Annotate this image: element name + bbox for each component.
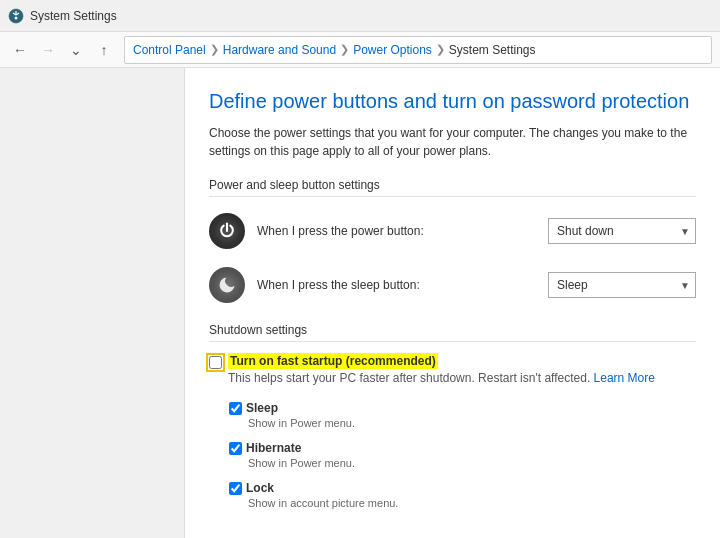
fast-startup-checkbox-wrap bbox=[209, 355, 222, 369]
lock-checkbox[interactable] bbox=[229, 482, 242, 495]
breadcrumb: Control Panel ❯ Hardware and Sound ❯ Pow… bbox=[124, 36, 712, 64]
titlebar-title: System Settings bbox=[30, 9, 117, 23]
lock-item-label: Lock bbox=[229, 481, 696, 495]
learn-more-link[interactable]: Learn More bbox=[594, 371, 655, 385]
sleep-button-label: When I press the sleep button: bbox=[257, 278, 548, 292]
sub-item-group: Sleep Show in Power menu. Hibernate Show… bbox=[229, 401, 696, 509]
main-content: Define power buttons and turn on passwor… bbox=[185, 68, 720, 538]
sleep-item: Sleep Show in Power menu. bbox=[229, 401, 696, 429]
navbar: ← → ⌄ ↑ Control Panel ❯ Hardware and Sou… bbox=[0, 32, 720, 68]
breadcrumb-hardware-sound[interactable]: Hardware and Sound bbox=[223, 43, 336, 57]
fast-startup-label: Turn on fast startup (recommended) bbox=[228, 354, 655, 368]
page-title: Define power buttons and turn on passwor… bbox=[209, 88, 696, 114]
power-button-label: When I press the power button: bbox=[257, 224, 548, 238]
fast-startup-highlight: Turn on fast startup (recommended) bbox=[228, 353, 438, 369]
hibernate-label-text: Hibernate bbox=[246, 441, 301, 455]
content-wrapper: Define power buttons and turn on passwor… bbox=[0, 68, 720, 538]
titlebar-icon bbox=[8, 8, 24, 24]
sleep-button-row: When I press the sleep button: Sleep Shu… bbox=[209, 263, 696, 307]
left-sidebar bbox=[0, 68, 185, 538]
lock-item: Lock Show in account picture menu. bbox=[229, 481, 696, 509]
fast-startup-item: Turn on fast startup (recommended) This … bbox=[209, 354, 696, 387]
hibernate-checkbox[interactable] bbox=[229, 442, 242, 455]
breadcrumb-current: System Settings bbox=[449, 43, 536, 57]
sleep-checkbox[interactable] bbox=[229, 402, 242, 415]
shutdown-section-header: Shutdown settings bbox=[209, 323, 696, 342]
svg-point-1 bbox=[15, 16, 18, 19]
lock-label-text: Lock bbox=[246, 481, 274, 495]
breadcrumb-sep-1: ❯ bbox=[210, 43, 219, 56]
fast-startup-content: Turn on fast startup (recommended) This … bbox=[228, 354, 655, 387]
hibernate-item: Hibernate Show in Power menu. bbox=[229, 441, 696, 469]
titlebar: System Settings bbox=[0, 0, 720, 32]
back-button[interactable]: ← bbox=[8, 38, 32, 62]
fast-startup-description: This helps start your PC faster after sh… bbox=[228, 370, 655, 387]
sleep-button-dropdown-wrapper: Sleep Shut down Hibernate Turn off the d… bbox=[548, 272, 696, 298]
lock-desc: Show in account picture menu. bbox=[248, 497, 696, 509]
power-button-row: When I press the power button: Shut down… bbox=[209, 209, 696, 253]
power-button-section-header: Power and sleep button settings bbox=[209, 178, 696, 197]
up-button[interactable]: ↑ bbox=[92, 38, 116, 62]
breadcrumb-power-options[interactable]: Power Options bbox=[353, 43, 432, 57]
power-button-dropdown[interactable]: Shut down Sleep Hibernate Turn off the d… bbox=[548, 218, 696, 244]
sleep-desc: Show in Power menu. bbox=[248, 417, 696, 429]
breadcrumb-sep-2: ❯ bbox=[340, 43, 349, 56]
sleep-label-text: Sleep bbox=[246, 401, 278, 415]
hibernate-item-label: Hibernate bbox=[229, 441, 696, 455]
power-button-dropdown-wrapper: Shut down Sleep Hibernate Turn off the d… bbox=[548, 218, 696, 244]
page-description: Choose the power settings that you want … bbox=[209, 124, 689, 160]
hibernate-desc: Show in Power menu. bbox=[248, 457, 696, 469]
fast-startup-checkbox[interactable] bbox=[209, 356, 222, 369]
sleep-button-dropdown[interactable]: Sleep Shut down Hibernate Turn off the d… bbox=[548, 272, 696, 298]
breadcrumb-control-panel[interactable]: Control Panel bbox=[133, 43, 206, 57]
shutdown-section: Shutdown settings Turn on fast startup (… bbox=[209, 323, 696, 509]
forward-button[interactable]: → bbox=[36, 38, 60, 62]
breadcrumb-sep-3: ❯ bbox=[436, 43, 445, 56]
fast-startup-label-text: Turn on fast startup (recommended) bbox=[230, 354, 436, 368]
sleep-button-icon bbox=[209, 267, 245, 303]
sleep-item-label: Sleep bbox=[229, 401, 696, 415]
fast-startup-desc-text: This helps start your PC faster after sh… bbox=[228, 371, 590, 385]
dropdown-button[interactable]: ⌄ bbox=[64, 38, 88, 62]
power-button-icon bbox=[209, 213, 245, 249]
